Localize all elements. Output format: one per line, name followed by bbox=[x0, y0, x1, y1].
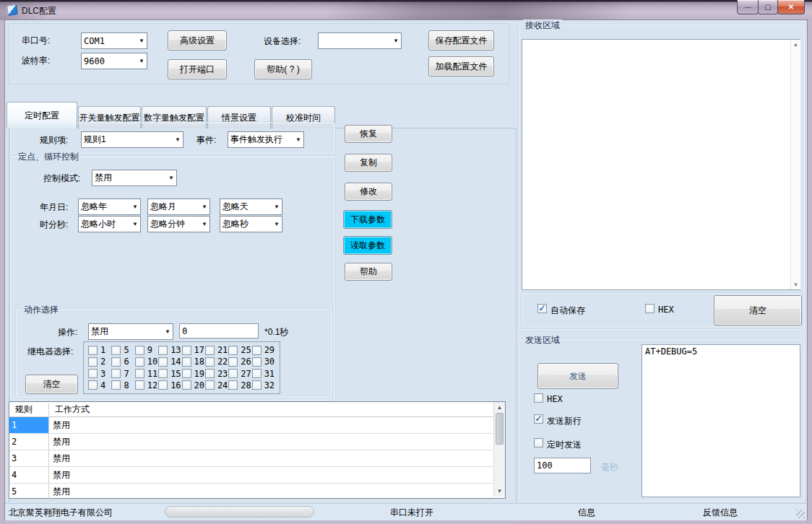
read-params-button[interactable]: 读取参数 bbox=[343, 236, 392, 255]
title-bar[interactable]: DLC配置 — ▢ ✕ bbox=[0, 0, 812, 20]
rule-select[interactable]: 规则1 ▼ bbox=[81, 131, 183, 148]
device-select[interactable]: ▼ bbox=[318, 32, 402, 49]
save-config-button[interactable]: 保存配置文件 bbox=[428, 30, 494, 51]
minimize-button[interactable]: — bbox=[737, 0, 759, 14]
year-select[interactable]: 忽略年 ▼ bbox=[78, 198, 141, 215]
mode-cell[interactable]: 禁用 bbox=[49, 434, 493, 450]
relay-checkbox[interactable] bbox=[135, 346, 144, 355]
rule-cell[interactable]: 4 bbox=[9, 467, 49, 483]
relay-checkbox[interactable] bbox=[182, 369, 191, 378]
mode-cell[interactable]: 禁用 bbox=[49, 450, 493, 466]
relay-checkbox[interactable] bbox=[252, 380, 262, 390]
loop-control-group-title: 定点、循环控制 bbox=[16, 151, 81, 163]
open-port-button[interactable]: 打开端口 bbox=[168, 59, 227, 79]
relay-checkbox[interactable] bbox=[252, 357, 262, 367]
relay-checkbox[interactable] bbox=[135, 380, 144, 390]
receive-clear-button[interactable]: 清空 bbox=[714, 295, 802, 326]
duration-input[interactable] bbox=[179, 323, 259, 339]
send-hex-checkbox[interactable]: ✓ bbox=[534, 393, 543, 403]
modify-button[interactable]: 修改 bbox=[345, 183, 392, 201]
hour-select[interactable]: 忽略小时 ▼ bbox=[78, 216, 141, 232]
relay-checkbox[interactable] bbox=[111, 380, 121, 390]
load-config-button[interactable]: 加载配置文件 bbox=[428, 56, 494, 77]
table-row[interactable]: 2禁用 bbox=[9, 434, 493, 450]
timed-send-checkbox[interactable]: ✓ bbox=[534, 438, 543, 447]
mode-cell[interactable]: 禁用 bbox=[49, 417, 493, 433]
relay-checkbox[interactable] bbox=[135, 357, 144, 367]
relay-checkbox[interactable] bbox=[88, 369, 98, 378]
relay-checkbox[interactable] bbox=[182, 357, 191, 367]
relay-checkbox[interactable] bbox=[111, 357, 121, 367]
relay-checkbox[interactable] bbox=[111, 369, 121, 378]
relay-checkbox[interactable] bbox=[228, 357, 238, 367]
send-button[interactable]: 发送 bbox=[537, 363, 618, 389]
autosave-checkbox[interactable]: ✓ bbox=[537, 304, 547, 313]
scrollbar-track[interactable] bbox=[494, 445, 505, 486]
scrollbar-thumb[interactable] bbox=[496, 413, 504, 445]
relay-checkbox[interactable] bbox=[182, 346, 191, 355]
relay-checkbox[interactable] bbox=[228, 346, 238, 355]
relay-checkbox[interactable] bbox=[158, 346, 168, 355]
operation-select[interactable]: 禁用 ▼ bbox=[88, 323, 173, 340]
interval-input[interactable] bbox=[534, 458, 591, 473]
rule-cell[interactable]: 2 bbox=[9, 434, 49, 450]
close-button[interactable]: ✕ bbox=[777, 0, 805, 14]
minute-select[interactable]: 忽略分钟 ▼ bbox=[147, 216, 210, 232]
relay-checkbox[interactable] bbox=[88, 346, 98, 355]
relay-checkbox[interactable] bbox=[111, 346, 121, 355]
relay-checkbox[interactable] bbox=[182, 380, 191, 390]
copy-button[interactable]: 复制 bbox=[345, 154, 392, 172]
relay-checkbox[interactable] bbox=[228, 380, 238, 390]
table-row[interactable]: 1禁用 bbox=[9, 417, 493, 434]
receive-hex-checkbox[interactable]: ✓ bbox=[645, 304, 655, 313]
serial-port-select[interactable]: COM1 ▼ bbox=[81, 32, 147, 49]
restore-button[interactable]: 恢复 bbox=[345, 125, 392, 143]
relay-checkbox[interactable] bbox=[88, 357, 98, 367]
rule-cell[interactable]: 5 bbox=[9, 484, 49, 499]
scroll-down-icon[interactable]: ▼ bbox=[494, 486, 505, 497]
relay-checkbox[interactable] bbox=[252, 346, 262, 355]
scroll-down-icon[interactable]: ▼ bbox=[793, 280, 799, 289]
scroll-up-icon[interactable]: ▲ bbox=[793, 40, 799, 49]
send-textarea[interactable]: AT+DEBUG=5 bbox=[642, 344, 800, 497]
relay-checkbox[interactable] bbox=[205, 380, 215, 390]
relay-checkbox[interactable] bbox=[228, 369, 238, 378]
receive-scrollbar[interactable]: ▲ ▼ bbox=[790, 40, 800, 289]
rule-cell[interactable]: 1 bbox=[9, 417, 49, 433]
day-select[interactable]: 忽略天 ▼ bbox=[220, 198, 282, 215]
table-row[interactable]: 4禁用 bbox=[9, 467, 493, 484]
relay-checkbox[interactable] bbox=[205, 369, 215, 378]
rule-cell[interactable]: 3 bbox=[9, 450, 49, 466]
mode-cell[interactable]: 禁用 bbox=[49, 467, 493, 483]
relay-checkbox[interactable] bbox=[205, 357, 215, 367]
relay-checkbox[interactable] bbox=[88, 380, 98, 390]
rules-table[interactable]: 规则 工作方式 1禁用2禁用3禁用4禁用5禁用 ▲ ▼ bbox=[9, 401, 506, 499]
relay-checkbox[interactable] bbox=[205, 346, 215, 355]
resize-grip[interactable] bbox=[796, 510, 805, 518]
mode-cell[interactable]: 禁用 bbox=[49, 484, 493, 499]
maximize-button[interactable]: ▢ bbox=[758, 0, 778, 14]
send-newline-checkbox[interactable]: ✓ bbox=[534, 414, 543, 424]
receive-textarea[interactable] bbox=[522, 39, 800, 290]
scroll-up-icon[interactable]: ▲ bbox=[494, 402, 505, 413]
relay-checkbox[interactable] bbox=[158, 380, 168, 390]
relay-checkbox[interactable] bbox=[158, 357, 168, 367]
table-scrollbar[interactable]: ▲ ▼ bbox=[493, 402, 505, 497]
event-select[interactable]: 事件触发执行 ▼ bbox=[228, 131, 304, 148]
advanced-settings-button[interactable]: 高级设置 bbox=[168, 30, 227, 51]
relay-checkbox[interactable] bbox=[158, 369, 168, 378]
tab-item[interactable]: 定时配置 bbox=[7, 102, 77, 128]
baud-rate-select[interactable]: 9600 ▼ bbox=[81, 53, 147, 69]
relay-checkbox[interactable] bbox=[135, 369, 144, 378]
control-mode-select[interactable]: 禁用 ▼ bbox=[92, 170, 177, 186]
help-question-button[interactable]: 帮助( ? ) bbox=[254, 59, 312, 79]
relay-clear-button[interactable]: 清空 bbox=[25, 375, 78, 394]
relay-checkbox[interactable] bbox=[252, 369, 262, 378]
download-params-button[interactable]: 下载参数 bbox=[343, 210, 392, 229]
second-select[interactable]: 忽略秒 ▼ bbox=[220, 216, 282, 232]
relay-number: 25 bbox=[241, 345, 251, 355]
month-select[interactable]: 忽略月 ▼ bbox=[147, 198, 210, 215]
help-button[interactable]: 帮助 bbox=[345, 263, 392, 281]
table-row[interactable]: 3禁用 bbox=[9, 450, 493, 467]
table-row[interactable]: 5禁用 bbox=[9, 484, 493, 500]
